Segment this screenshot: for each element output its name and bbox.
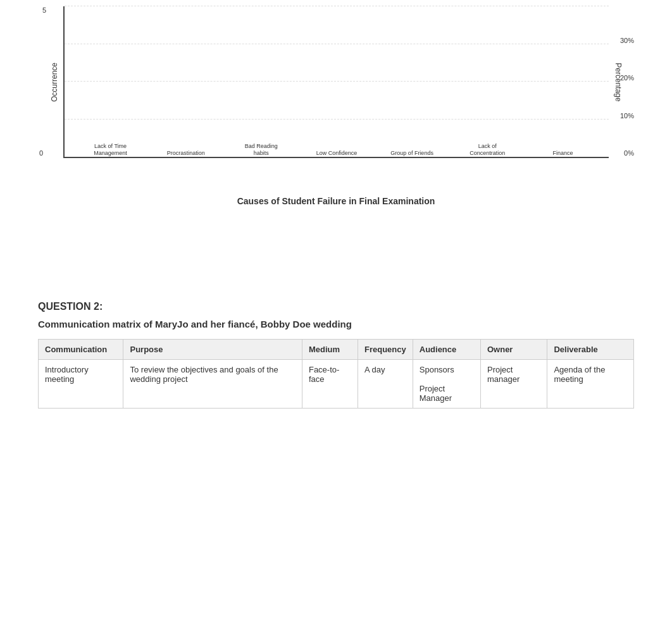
bar-label-7: Finance (540, 150, 585, 157)
chart-section: Occurrence Percentage 0 5 0% 10% 20% 30% (0, 0, 672, 219)
bar-label-3: Bad Reading habits (239, 143, 283, 157)
bar-label-1: Lack of Time Management (89, 143, 133, 157)
question-label: QUESTION 2: (38, 301, 634, 312)
bar-label-2: Procrastination (164, 150, 208, 157)
y-tick-right-0: 0% (624, 149, 634, 157)
th-purpose: Purpose (123, 340, 302, 360)
y-tick-right-20: 20% (620, 74, 634, 82)
y-tick-0: 0 (39, 149, 43, 157)
deliverable-text: Agenda of the meeting (554, 365, 605, 384)
bar-label-5: Group of Friends (390, 150, 434, 157)
th-communication: Communication (39, 340, 123, 360)
y-tick-5: 5 (42, 6, 46, 14)
y-axis-left-label: Occurrence (50, 63, 59, 102)
chart-title: Causes of Student Failure in Final Exami… (25, 196, 647, 206)
bar-group-5: Group of Friends (379, 147, 445, 157)
y-tick-right-30: 30% (620, 37, 634, 44)
bar-label-4: Low Confidence (314, 150, 359, 157)
bar-group-1: Lack of Time Management (77, 140, 144, 157)
th-audience: Audience (413, 340, 480, 360)
table-row: Introductory meeting To review the objec… (39, 360, 634, 409)
communication-table: Communication Purpose Medium Frequency A… (38, 339, 634, 409)
td-audience: Sponsors Project Manager (413, 360, 480, 409)
td-frequency: A day (358, 360, 413, 409)
y-tick-right-10: 10% (620, 112, 634, 120)
question-section: QUESTION 2: Communication matrix of Mary… (0, 288, 672, 421)
td-medium: Face-to-face (302, 360, 358, 409)
bar-group-3: Bad Reading habits (228, 140, 294, 157)
bar-group-2: Procrastination (152, 147, 219, 157)
th-frequency: Frequency (358, 340, 413, 360)
y-axis-right-label: Percentage (613, 63, 622, 101)
spacer (0, 219, 672, 269)
table-header-row: Communication Purpose Medium Frequency A… (39, 340, 634, 360)
td-owner: Project manager (480, 360, 547, 409)
th-owner: Owner (480, 340, 547, 360)
th-deliverable: Deliverable (547, 340, 634, 360)
bar-group-6: Lack of Concentration (454, 140, 521, 157)
audience-project-manager: Project Manager (420, 384, 452, 403)
bar-group-7: Finance (530, 147, 596, 157)
td-purpose: To review the objectives and goals of th… (123, 360, 302, 409)
question-subtitle: Communication matrix of MaryJo and her f… (38, 319, 634, 329)
td-communication: Introductory meeting (39, 360, 123, 409)
audience-sponsors: Sponsors (420, 365, 454, 374)
th-medium: Medium (302, 340, 358, 360)
chart-axes-container: Occurrence Percentage 0 5 0% 10% 20% 30% (63, 6, 609, 158)
bar-group-4: Low Confidence (303, 147, 370, 157)
chart-inner: 0 5 0% 10% 20% 30% Lack of Time Manageme… (63, 6, 609, 158)
bar-label-6: Lack of Concentration (465, 143, 509, 157)
bars-container: Lack of Time Management Procrastination … (71, 13, 602, 157)
td-deliverable: Agenda of the meeting (547, 360, 634, 409)
